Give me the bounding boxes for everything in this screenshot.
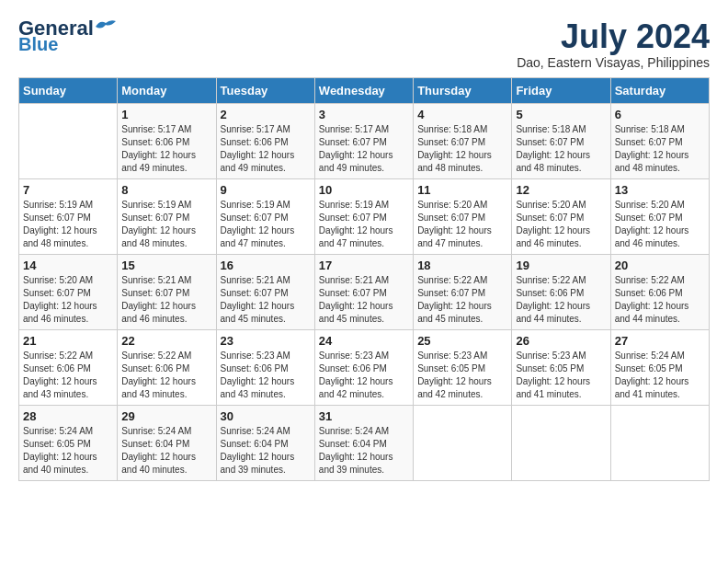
header-day-friday: Friday <box>512 77 610 103</box>
header-day-saturday: Saturday <box>610 77 709 103</box>
day-info: Sunrise: 5:19 AMSunset: 6:07 PMDaylight:… <box>319 199 409 250</box>
calendar-cell: 21Sunrise: 5:22 AMSunset: 6:06 PMDayligh… <box>19 329 118 405</box>
day-info: Sunrise: 5:20 AMSunset: 6:07 PMDaylight:… <box>417 199 507 250</box>
day-number: 27 <box>615 334 705 348</box>
day-info: Sunrise: 5:18 AMSunset: 6:07 PMDaylight:… <box>615 123 705 175</box>
day-info: Sunrise: 5:21 AMSunset: 6:07 PMDaylight:… <box>121 274 211 326</box>
calendar-cell: 20Sunrise: 5:22 AMSunset: 6:06 PMDayligh… <box>610 254 709 329</box>
day-number: 25 <box>417 334 507 348</box>
day-info: Sunrise: 5:20 AMSunset: 6:07 PMDaylight:… <box>23 274 113 326</box>
day-number: 17 <box>319 259 409 272</box>
day-number: 10 <box>319 183 409 197</box>
day-number: 12 <box>516 183 606 197</box>
day-info: Sunrise: 5:21 AMSunset: 6:07 PMDaylight:… <box>221 274 311 326</box>
header-day-thursday: Thursday <box>414 77 512 103</box>
day-info: Sunrise: 5:24 AMSunset: 6:05 PMDaylight:… <box>23 425 113 477</box>
day-info: Sunrise: 5:19 AMSunset: 6:07 PMDaylight:… <box>221 199 311 250</box>
calendar-cell: 26Sunrise: 5:23 AMSunset: 6:05 PMDayligh… <box>512 329 610 405</box>
calendar-table: SundayMondayTuesdayWednesdayThursdayFrid… <box>18 77 710 481</box>
calendar-cell <box>512 405 610 480</box>
calendar-cell: 11Sunrise: 5:20 AMSunset: 6:07 PMDayligh… <box>414 178 512 254</box>
calendar-cell: 31Sunrise: 5:24 AMSunset: 6:04 PMDayligh… <box>314 405 413 480</box>
day-info: Sunrise: 5:17 AMSunset: 6:06 PMDaylight:… <box>221 123 311 175</box>
calendar-cell: 15Sunrise: 5:21 AMSunset: 6:07 PMDayligh… <box>118 254 216 329</box>
header-day-tuesday: Tuesday <box>216 77 314 103</box>
calendar-cell: 8Sunrise: 5:19 AMSunset: 6:07 PMDaylight… <box>118 178 216 254</box>
day-number: 23 <box>221 334 311 348</box>
calendar-cell: 6Sunrise: 5:18 AMSunset: 6:07 PMDaylight… <box>610 103 709 178</box>
calendar-cell: 25Sunrise: 5:23 AMSunset: 6:05 PMDayligh… <box>414 329 512 405</box>
location-subtitle: Dao, Eastern Visayas, Philippines <box>517 55 710 70</box>
calendar-cell: 3Sunrise: 5:17 AMSunset: 6:07 PMDaylight… <box>314 103 413 178</box>
calendar-cell: 30Sunrise: 5:24 AMSunset: 6:04 PMDayligh… <box>216 405 314 480</box>
day-info: Sunrise: 5:23 AMSunset: 6:06 PMDaylight:… <box>221 350 311 401</box>
calendar-cell: 12Sunrise: 5:20 AMSunset: 6:07 PMDayligh… <box>512 178 610 254</box>
calendar-cell: 4Sunrise: 5:18 AMSunset: 6:07 PMDaylight… <box>414 103 512 178</box>
day-info: Sunrise: 5:18 AMSunset: 6:07 PMDaylight:… <box>417 123 507 175</box>
day-number: 14 <box>23 259 113 272</box>
day-info: Sunrise: 5:21 AMSunset: 6:07 PMDaylight:… <box>319 274 409 326</box>
day-number: 13 <box>615 183 705 197</box>
day-number: 28 <box>23 409 113 423</box>
calendar-cell: 17Sunrise: 5:21 AMSunset: 6:07 PMDayligh… <box>314 254 413 329</box>
day-info: Sunrise: 5:22 AMSunset: 6:06 PMDaylight:… <box>516 274 606 326</box>
day-number: 1 <box>121 108 211 121</box>
logo-blue-text: Blue <box>18 35 58 53</box>
day-number: 3 <box>319 108 409 121</box>
calendar-cell: 9Sunrise: 5:19 AMSunset: 6:07 PMDaylight… <box>216 178 314 254</box>
day-info: Sunrise: 5:19 AMSunset: 6:07 PMDaylight:… <box>121 199 211 250</box>
calendar-cell: 24Sunrise: 5:23 AMSunset: 6:06 PMDayligh… <box>314 329 413 405</box>
month-year-title: July 2024 <box>517 18 710 55</box>
calendar-cell <box>19 103 118 178</box>
calendar-cell: 19Sunrise: 5:22 AMSunset: 6:06 PMDayligh… <box>512 254 610 329</box>
calendar-cell: 28Sunrise: 5:24 AMSunset: 6:05 PMDayligh… <box>19 405 118 480</box>
logo-bird-icon <box>96 19 116 34</box>
day-info: Sunrise: 5:23 AMSunset: 6:05 PMDaylight:… <box>516 350 606 401</box>
calendar-cell <box>414 405 512 480</box>
calendar-cell: 2Sunrise: 5:17 AMSunset: 6:06 PMDaylight… <box>216 103 314 178</box>
calendar-cell: 1Sunrise: 5:17 AMSunset: 6:06 PMDaylight… <box>118 103 216 178</box>
day-number: 8 <box>121 183 211 197</box>
calendar-cell: 14Sunrise: 5:20 AMSunset: 6:07 PMDayligh… <box>19 254 118 329</box>
day-number: 24 <box>319 334 409 348</box>
day-info: Sunrise: 5:17 AMSunset: 6:07 PMDaylight:… <box>319 123 409 175</box>
calendar-cell <box>610 405 709 480</box>
day-number: 7 <box>23 183 113 197</box>
day-number: 2 <box>221 108 311 121</box>
day-info: Sunrise: 5:18 AMSunset: 6:07 PMDaylight:… <box>516 123 606 175</box>
day-number: 29 <box>121 409 211 423</box>
day-info: Sunrise: 5:24 AMSunset: 6:05 PMDaylight:… <box>615 350 705 401</box>
calendar-cell: 27Sunrise: 5:24 AMSunset: 6:05 PMDayligh… <box>610 329 709 405</box>
day-info: Sunrise: 5:22 AMSunset: 6:06 PMDaylight:… <box>615 274 705 326</box>
day-info: Sunrise: 5:24 AMSunset: 6:04 PMDaylight:… <box>319 425 409 477</box>
day-info: Sunrise: 5:23 AMSunset: 6:06 PMDaylight:… <box>319 350 409 401</box>
day-number: 19 <box>516 259 606 272</box>
day-info: Sunrise: 5:24 AMSunset: 6:04 PMDaylight:… <box>221 425 311 477</box>
day-number: 30 <box>221 409 311 423</box>
calendar-cell: 7Sunrise: 5:19 AMSunset: 6:07 PMDaylight… <box>19 178 118 254</box>
title-area: July 2024 Dao, Eastern Visayas, Philippi… <box>517 18 710 70</box>
day-number: 6 <box>615 108 705 121</box>
calendar-cell: 23Sunrise: 5:23 AMSunset: 6:06 PMDayligh… <box>216 329 314 405</box>
calendar-cell: 10Sunrise: 5:19 AMSunset: 6:07 PMDayligh… <box>314 178 413 254</box>
day-number: 22 <box>121 334 211 348</box>
day-info: Sunrise: 5:22 AMSunset: 6:07 PMDaylight:… <box>417 274 507 326</box>
day-info: Sunrise: 5:24 AMSunset: 6:04 PMDaylight:… <box>121 425 211 477</box>
day-number: 26 <box>516 334 606 348</box>
day-number: 4 <box>417 108 507 121</box>
day-number: 20 <box>615 259 705 272</box>
day-info: Sunrise: 5:17 AMSunset: 6:06 PMDaylight:… <box>121 123 211 175</box>
day-number: 16 <box>221 259 311 272</box>
day-info: Sunrise: 5:22 AMSunset: 6:06 PMDaylight:… <box>121 350 211 401</box>
day-number: 15 <box>121 259 211 272</box>
day-number: 18 <box>417 259 507 272</box>
day-info: Sunrise: 5:20 AMSunset: 6:07 PMDaylight:… <box>615 199 705 250</box>
day-info: Sunrise: 5:19 AMSunset: 6:07 PMDaylight:… <box>23 199 113 250</box>
calendar-cell: 13Sunrise: 5:20 AMSunset: 6:07 PMDayligh… <box>610 178 709 254</box>
day-number: 21 <box>23 334 113 348</box>
day-number: 9 <box>221 183 311 197</box>
calendar-cell: 18Sunrise: 5:22 AMSunset: 6:07 PMDayligh… <box>414 254 512 329</box>
day-number: 5 <box>516 108 606 121</box>
day-number: 31 <box>319 409 409 423</box>
calendar-cell: 29Sunrise: 5:24 AMSunset: 6:04 PMDayligh… <box>118 405 216 480</box>
